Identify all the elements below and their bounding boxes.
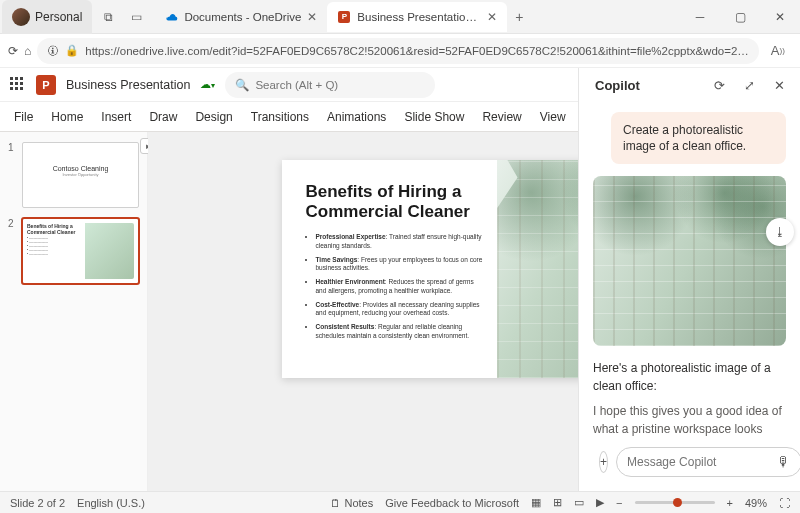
notes-button[interactable]: 🗒Notes [330, 497, 373, 509]
ribbon-tab-animations[interactable]: Animations [327, 110, 386, 124]
ribbon-tab-transitions[interactable]: Transitions [251, 110, 309, 124]
tab-actions-icon[interactable]: ▭ [126, 9, 146, 25]
copilot-refresh-icon[interactable]: ⟳ [708, 74, 730, 96]
refresh-button[interactable]: ⟳ [8, 38, 18, 64]
slide-thumbnail-1[interactable]: Contoso Cleaning Investor Opportunity [22, 142, 139, 208]
slide-position[interactable]: Slide 2 of 2 [10, 497, 65, 509]
browser-address-bar: ⟳ ⌂ 🛈 🔒 https://onedrive.live.com/edit?i… [0, 34, 800, 68]
powerpoint-icon: P [337, 10, 351, 24]
zoom-in-button[interactable]: + [727, 497, 733, 509]
profile-tab[interactable]: Personal [2, 0, 92, 34]
tab-onedrive[interactable]: Documents - OneDrive ✕ [154, 2, 327, 32]
copilot-pane: Copilot ⟳ ⤢ ✕ Create a photorealistic im… [578, 68, 800, 491]
microphone-icon[interactable]: 🎙 [777, 454, 791, 470]
zoom-out-button[interactable]: − [616, 497, 622, 509]
site-info-icon[interactable]: 🛈 [47, 45, 59, 57]
url-text: https://onedrive.live.com/edit?id=52FAF0… [85, 45, 749, 57]
maximize-button[interactable]: ▢ [720, 0, 760, 34]
slide-title[interactable]: Benefits of Hiring a Commercial Cleaner [306, 182, 484, 221]
tab-title: Documents - OneDrive [184, 11, 301, 23]
bullet-item[interactable]: Cost-Effective: Provides all necessary c… [316, 301, 484, 319]
document-title[interactable]: Business Presentation [66, 78, 190, 92]
ribbon-tab-review[interactable]: Review [482, 110, 521, 124]
ribbon-tab-home[interactable]: Home [51, 110, 83, 124]
close-icon[interactable]: ✕ [487, 10, 497, 24]
thumb-number: 1 [8, 142, 16, 208]
sorter-view-icon[interactable]: ⊞ [553, 496, 562, 509]
download-image-button[interactable]: ⭳ [766, 218, 794, 246]
notes-icon: 🗒 [330, 497, 341, 509]
slide-thumbnail-2[interactable]: Benefits of Hiring a Commercial Cleaner … [22, 218, 139, 284]
normal-view-icon[interactable]: ▦ [531, 496, 541, 509]
copilot-reply: Here's a photorealistic image of a clean… [593, 360, 786, 437]
workspaces-icon[interactable]: ⧉ [98, 9, 118, 25]
favorite-icon[interactable]: ☆ [794, 38, 800, 64]
saved-cloud-icon[interactable]: ☁▾ [200, 78, 215, 91]
copilot-title: Copilot [595, 78, 640, 93]
ribbon-tab-slideshow[interactable]: Slide Show [404, 110, 464, 124]
fit-to-window-icon[interactable]: ⛶ [779, 497, 790, 509]
ribbon-tab-draw[interactable]: Draw [149, 110, 177, 124]
reading-view-icon[interactable]: ▭ [574, 496, 584, 509]
copilot-input-wrapper: 🎙 [616, 447, 800, 477]
copilot-generated-image[interactable] [593, 176, 786, 346]
app-launcher-icon[interactable] [10, 77, 26, 93]
bullet-item[interactable]: Time Savings: Frees up your employees to… [316, 256, 484, 274]
lock-icon: 🔒 [65, 44, 79, 57]
browser-tabs: Documents - OneDrive ✕ P Business Presen… [154, 0, 680, 34]
read-aloud-icon[interactable]: A)) [765, 38, 791, 64]
search-icon: 🔍 [235, 78, 249, 92]
new-tab-button[interactable]: + [507, 9, 531, 25]
ribbon-tab-insert[interactable]: Insert [101, 110, 131, 124]
close-icon[interactable]: ✕ [307, 10, 317, 24]
tab-powerpoint[interactable]: P Business Presentation.pptx - Mic… ✕ [327, 2, 507, 32]
powerpoint-app-icon: P [36, 75, 56, 95]
bullet-item[interactable]: Consistent Results: Regular and reliable… [316, 323, 484, 341]
profile-label: Personal [35, 10, 82, 24]
tab-title: Business Presentation.pptx - Mic… [357, 11, 481, 23]
slide-bullets[interactable]: Professional Expertise: Trained staff en… [306, 233, 484, 341]
minimize-button[interactable]: ─ [680, 0, 720, 34]
copilot-expand-icon[interactable]: ⤢ [738, 74, 760, 96]
search-input[interactable]: 🔍 Search (Alt + Q) [225, 72, 435, 98]
status-bar: Slide 2 of 2 English (U.S.) 🗒Notes Give … [0, 491, 800, 513]
bullet-item[interactable]: Professional Expertise: Trained staff en… [316, 233, 484, 251]
feedback-link[interactable]: Give Feedback to Microsoft [385, 497, 519, 509]
ribbon-tab-design[interactable]: Design [195, 110, 232, 124]
ribbon-tab-file[interactable]: File [14, 110, 33, 124]
thumb-number: 2 [8, 218, 16, 284]
profile-avatar-icon [12, 8, 30, 26]
close-window-button[interactable]: ✕ [760, 0, 800, 34]
slideshow-view-icon[interactable]: ▶ [596, 496, 604, 509]
copilot-user-message: Create a photorealistic image of a clean… [611, 112, 786, 164]
thumb-image-icon [85, 223, 134, 279]
home-button[interactable]: ⌂ [24, 38, 31, 64]
copilot-close-icon[interactable]: ✕ [768, 74, 790, 96]
browser-titlebar: Personal ⧉ ▭ Documents - OneDrive ✕ P Bu… [0, 0, 800, 34]
search-placeholder: Search (Alt + Q) [255, 79, 338, 91]
url-input[interactable]: 🛈 🔒 https://onedrive.live.com/edit?id=52… [37, 38, 759, 64]
zoom-slider[interactable] [635, 501, 715, 504]
copilot-add-button[interactable]: + [599, 451, 608, 473]
copilot-input[interactable] [627, 455, 777, 469]
ribbon-tab-view[interactable]: View [540, 110, 566, 124]
bullet-item[interactable]: Healthier Environment: Reduces the sprea… [316, 278, 484, 296]
language-status[interactable]: English (U.S.) [77, 497, 145, 509]
zoom-level[interactable]: 49% [745, 497, 767, 509]
copilot-composer: + 🎙 [579, 437, 800, 491]
onedrive-icon [164, 10, 178, 24]
slide-thumbnails-panel: ▸ 1 Contoso Cleaning Investor Opportunit… [0, 132, 148, 491]
